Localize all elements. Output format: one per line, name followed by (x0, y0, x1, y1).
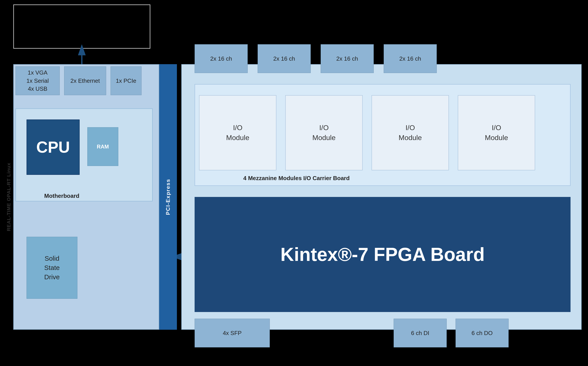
io-module-4: I/O Module (458, 95, 535, 170)
ram-box: RAM (87, 127, 118, 166)
io-modules-row: I/O Module I/O Module I/O Module I/O Mod… (199, 95, 535, 170)
io-module-1: I/O Module (199, 95, 276, 170)
connector-box-2: 2x 16 ch (258, 44, 311, 73)
io-module-2: I/O Module (285, 95, 363, 170)
motherboard-label: Motherboard (44, 192, 79, 199)
do-box: 6 ch DO (455, 319, 509, 347)
realtime-label: REAL-TIME OPAL-RT Linux (4, 64, 13, 330)
connector-box-1: 2x 16 ch (195, 44, 248, 73)
io-carrier-label: 4 Mezzanine Modules I/O Carrier Board (243, 175, 350, 182)
connector-row-top: 2x 16 ch 2x 16 ch 2x 16 ch 2x 16 ch (195, 44, 437, 73)
bottom-connectors-row: 4x SFP 6 ch DI 6 ch DO (195, 319, 509, 347)
cpu-box: CPU (27, 120, 80, 175)
di-box: 6 ch DI (394, 319, 447, 347)
connector-box-4: 2x 16 ch (384, 44, 437, 73)
vga-serial-usb-box: 1x VGA 1x Serial 4x USB (15, 66, 60, 95)
fpga-panel: Kintex®-7 FPGA Board (195, 197, 571, 312)
io-module-3: I/O Module (372, 95, 449, 170)
connector-box-3: 2x 16 ch (321, 44, 374, 73)
pcie-bar: PCI-Express (159, 64, 177, 330)
ssd-box: Solid State Drive (27, 237, 77, 299)
pcie-label-box: 1x PCIe (111, 66, 141, 95)
monitor-box (13, 4, 150, 49)
sfp-box: 4x SFP (195, 319, 270, 347)
ethernet-box: 2x Ethernet (64, 66, 106, 95)
